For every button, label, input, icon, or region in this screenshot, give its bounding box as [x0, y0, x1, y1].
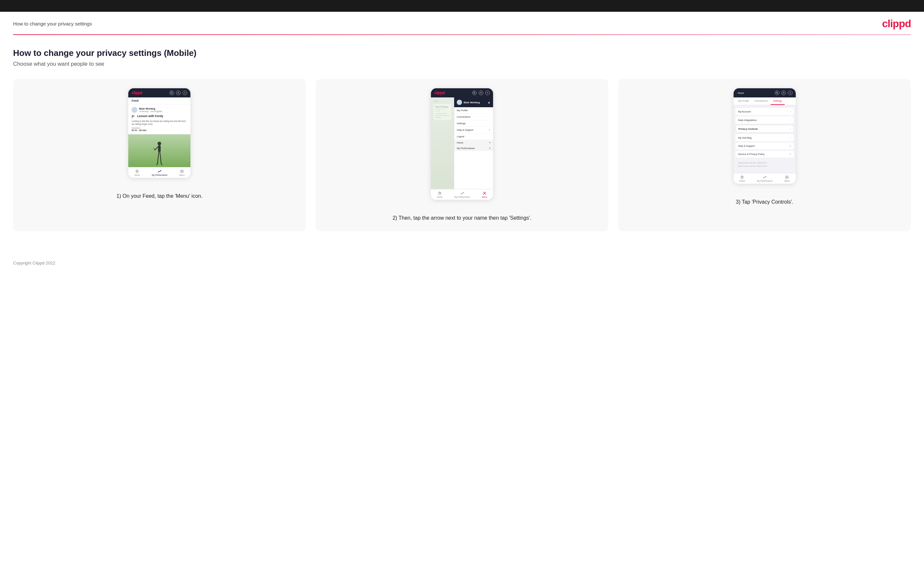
- step-1-phone: clippd: [128, 88, 191, 185]
- step2-settings-label: Settings: [457, 122, 465, 125]
- step2-content-area: Feed Blair McHarg Lesson with Fordy Look…: [431, 97, 493, 189]
- step1-menu-nav[interactable]: Menu: [179, 169, 184, 176]
- svg-line-1: [173, 93, 173, 94]
- svg-point-3: [184, 92, 186, 93]
- step3-settings-list: My Account › Data Integrations › Privacy…: [733, 105, 796, 173]
- step3-tabs: My Profile Connections Settings: [733, 97, 796, 105]
- step3-my-account-label: My Account: [738, 110, 751, 113]
- svg-point-20: [473, 92, 475, 93]
- step2-performance-section-label: My Performance: [457, 147, 475, 150]
- step1-settings-icon: [183, 90, 187, 95]
- svg-line-12: [158, 159, 158, 164]
- step3-performance-label: My Performance: [757, 180, 772, 182]
- step3-my-account-row[interactable]: My Account ›: [735, 108, 794, 115]
- svg-line-13: [161, 159, 161, 164]
- step2-menu-nav[interactable]: Menu: [482, 191, 487, 198]
- step2-search-icon: [472, 90, 477, 95]
- step3-back-btn[interactable]: ‹ Back: [737, 92, 744, 95]
- step3-tab-settings[interactable]: Settings: [771, 97, 785, 105]
- footer: Copyright Clippd 2022: [0, 254, 924, 272]
- step3-back-chevron: ‹: [737, 92, 738, 95]
- step1-home-label: Home: [134, 174, 140, 176]
- step2-menu-logout[interactable]: Logout: [454, 134, 493, 140]
- step1-user-icon: [176, 90, 181, 95]
- step-3-card: ‹ Back: [618, 79, 911, 231]
- copyright-text: Copyright Clippd 2022: [13, 261, 55, 266]
- header-page-title: How to change your privacy settings: [13, 21, 92, 26]
- step2-home-nav: Home: [437, 191, 443, 198]
- step1-bottom-nav: Home My Performance Menu: [128, 167, 191, 178]
- step2-menu-overlay: Blair McHarg ▲ My Profile Connections: [454, 97, 493, 189]
- step1-golf-image: [128, 134, 191, 167]
- step1-performance-label: My Performance: [152, 174, 168, 176]
- step2-settings-icon: [485, 90, 490, 95]
- svg-point-0: [171, 92, 173, 93]
- svg-point-6: [158, 142, 161, 145]
- step3-service-ext-icon: ↗: [789, 153, 791, 156]
- step1-user-name: Blair McHarg: [139, 107, 162, 110]
- svg-rect-16: [136, 171, 138, 172]
- step3-service-privacy-row[interactable]: Service & Privacy Policy ↗: [735, 151, 794, 158]
- step1-search-icon: [170, 90, 174, 95]
- step2-user-icon: [479, 90, 483, 95]
- step3-my-golf-bag-chevron: ›: [790, 136, 791, 139]
- svg-rect-31: [741, 177, 743, 179]
- step2-menu-settings[interactable]: Settings: [454, 120, 493, 127]
- step1-feed-item: Blair McHarg Yesterday · Sunningdale Les…: [128, 104, 191, 134]
- step3-bottom-nav: Home My Performance Menu: [733, 173, 796, 184]
- step1-user-info: Blair McHarg Yesterday · Sunningdale: [139, 107, 162, 113]
- step2-menu-label: Menu: [482, 196, 487, 198]
- step-2-phone: clippd: [431, 88, 493, 207]
- step2-home-section-label: Home: [457, 141, 463, 144]
- svg-marker-5: [132, 115, 135, 117]
- step2-help-label: Help & Support: [457, 129, 473, 131]
- step3-data-integrations-row[interactable]: Data Integrations ›: [735, 116, 794, 124]
- step3-service-privacy-label: Service & Privacy Policy: [738, 153, 765, 156]
- step3-tab-my-profile[interactable]: My Profile: [735, 97, 751, 105]
- step2-performance-label: My Performance: [454, 196, 470, 198]
- page-heading: How to change your privacy settings (Mob…: [13, 48, 911, 58]
- step2-menu-my-profile[interactable]: My Profile: [454, 107, 493, 114]
- step1-duration: Duration01 hr : 30 min: [131, 127, 187, 131]
- step2-menu-connections[interactable]: Connections: [454, 114, 493, 120]
- step3-privacy-controls-label: Privacy Controls: [738, 127, 758, 131]
- step-2-caption: 2) Then, tap the arrow next to your name…: [393, 214, 532, 222]
- step1-flag-icon: [131, 115, 136, 119]
- step2-bg-content: Feed Blair McHarg Lesson with Fordy Look…: [431, 97, 454, 189]
- step3-menu-nav[interactable]: Menu: [784, 175, 790, 182]
- step3-tab-connections[interactable]: Connections: [751, 97, 771, 105]
- step2-logout-label: Logout: [457, 135, 464, 138]
- step3-data-integrations-label: Data Integrations: [738, 119, 757, 122]
- step3-help-support-row[interactable]: Help & Support ↗: [735, 143, 794, 149]
- step1-nav-icons: [170, 90, 187, 95]
- step3-version-info: Clippd Client Version: 2022.8.3-3 GQL Se…: [735, 159, 794, 170]
- step3-data-integrations-chevron: ›: [790, 118, 791, 122]
- step3-settings-icon: [788, 90, 793, 95]
- svg-rect-4: [132, 115, 132, 118]
- step2-chevron-up: ▲: [488, 101, 491, 104]
- step2-menu-help[interactable]: Help & Support ↗: [454, 127, 493, 134]
- step-2-phone-mockup: clippd: [431, 88, 493, 200]
- svg-point-23: [487, 92, 488, 93]
- step3-my-golf-bag-row[interactable]: My Golf Bag ›: [735, 134, 794, 141]
- step3-home-nav: Home: [740, 175, 745, 182]
- step3-version-line1: Clippd Client Version: 2022.8.3-3: [738, 161, 791, 165]
- steps-grid: clippd: [13, 79, 911, 231]
- header: How to change your privacy settings clip…: [0, 12, 924, 30]
- step3-privacy-controls-row[interactable]: Privacy Controls ›: [735, 125, 794, 133]
- svg-line-28: [777, 93, 778, 94]
- main-content: How to change your privacy settings (Mob…: [0, 35, 924, 254]
- step2-home-section: Home ▾: [454, 140, 493, 145]
- svg-line-14: [157, 164, 158, 165]
- step2-logo: clippd: [434, 90, 445, 95]
- step3-home-label: Home: [740, 180, 745, 182]
- svg-point-27: [776, 92, 777, 93]
- step3-performance-nav: My Performance: [757, 175, 772, 182]
- step3-nav-icons: [775, 90, 793, 95]
- step1-user-sub: Yesterday · Sunningdale: [139, 110, 162, 113]
- svg-line-9: [154, 148, 155, 150]
- step1-golfer-silhouette: [151, 141, 168, 167]
- step3-back-bar: ‹ Back: [733, 88, 796, 97]
- step2-performance-nav: My Performance: [454, 191, 470, 198]
- step2-nav-bar: clippd: [431, 88, 493, 97]
